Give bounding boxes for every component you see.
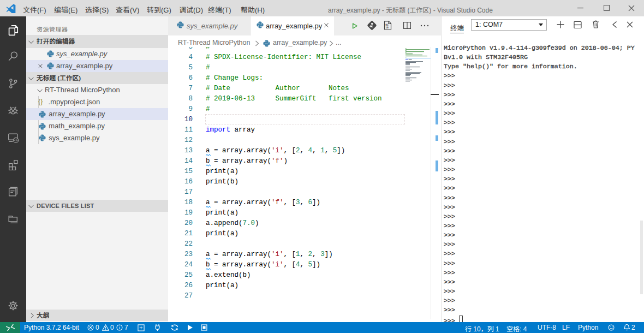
svg-text:10: 10 xyxy=(385,26,389,29)
